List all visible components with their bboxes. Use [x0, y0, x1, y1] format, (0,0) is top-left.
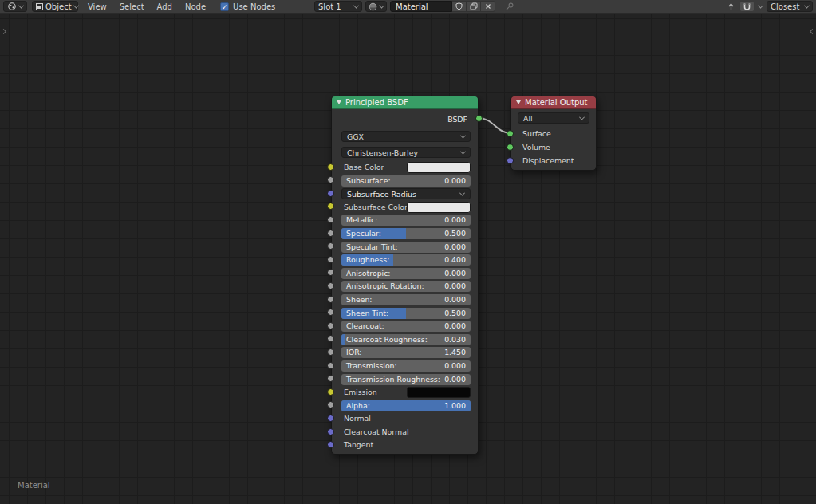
- socket-input-subsurface[interactable]: [327, 176, 334, 183]
- slider-fill: [341, 334, 345, 345]
- socket-input-subsurface-radius[interactable]: [327, 190, 334, 197]
- snap-target-dropdown[interactable]: Closest: [767, 1, 813, 12]
- sidebar-region-toggle[interactable]: [810, 22, 814, 37]
- row-anisotropic[interactable]: Anisotropic:0.000: [341, 268, 471, 279]
- menu-node[interactable]: Node: [179, 2, 212, 11]
- socket-input-clearcoat-roughness[interactable]: [327, 335, 334, 342]
- socket-input-ior[interactable]: [327, 348, 334, 356]
- row-sheen[interactable]: Sheen:0.000: [341, 294, 471, 305]
- socket-input-transmission[interactable]: [327, 362, 334, 369]
- auto-offset-button[interactable]: [725, 1, 737, 12]
- chevron-down-icon: [73, 2, 79, 8]
- slot-dropdown[interactable]: Slot 1: [314, 1, 362, 12]
- socket-input-transmission-roughness[interactable]: [327, 375, 334, 382]
- socket-input-surface[interactable]: [507, 130, 514, 137]
- row-clearcoat-roughness[interactable]: Clearcoat Roughness:0.030: [341, 334, 471, 345]
- arrow-up-icon: [727, 2, 735, 11]
- fake-user-button[interactable]: [452, 1, 467, 12]
- principled-bsdf-node[interactable]: Principled BSDF BSDF GGX Christensen-Bur…: [331, 96, 479, 455]
- material-output-header[interactable]: Material Output: [511, 96, 596, 109]
- row-specular-tint[interactable]: Specular Tint:0.000: [341, 242, 471, 253]
- new-material-button[interactable]: [467, 1, 481, 12]
- use-nodes-label: Use Nodes: [233, 2, 275, 11]
- shader-context-dropdown[interactable]: Object: [32, 1, 78, 12]
- color-swatch[interactable]: [407, 162, 471, 173]
- row-sheen-tint[interactable]: Sheen Tint:0.500: [341, 308, 471, 319]
- material-browse-button[interactable]: [365, 1, 387, 12]
- socket-output-bsdf[interactable]: [475, 115, 483, 122]
- color-swatch[interactable]: [407, 387, 471, 398]
- socket-input-specular-tint[interactable]: [327, 242, 334, 250]
- socket-input-displacement[interactable]: [507, 157, 514, 164]
- dropdown-label: Subsurface Radius: [347, 189, 416, 199]
- row-emission[interactable]: Emission: [341, 387, 471, 398]
- socket-input-volume[interactable]: [507, 144, 514, 151]
- row-subsurface-color[interactable]: Subsurface Color: [341, 202, 471, 213]
- socket-input-roughness[interactable]: [327, 256, 334, 263]
- editor-type-button[interactable]: [3, 1, 27, 12]
- slider-label: Transmission Roughness:: [346, 374, 440, 385]
- toolbar-region-toggle[interactable]: [2, 22, 6, 37]
- slider-label: Clearcoat Roughness:: [346, 334, 428, 345]
- material-output-node[interactable]: Material Output All SurfaceVolumeDisplac…: [510, 96, 597, 171]
- color-label: Base Color: [344, 162, 384, 173]
- socket-input-tangent[interactable]: [327, 441, 334, 448]
- output-target-value: All: [523, 114, 533, 123]
- pin-button[interactable]: [503, 1, 516, 12]
- collapse-triangle-icon[interactable]: [516, 100, 521, 104]
- material-name-field[interactable]: Material: [390, 1, 452, 12]
- socket-input-anisotropic-rotation[interactable]: [327, 282, 334, 289]
- row-alpha[interactable]: Alpha:1.000: [341, 400, 471, 411]
- row-ior[interactable]: IOR:1.450: [341, 347, 471, 358]
- chevron-down-icon[interactable]: [758, 2, 763, 8]
- socket-input-subsurface-color[interactable]: [327, 203, 334, 210]
- slider-label: Sheen:: [346, 294, 373, 305]
- subsurface-method-dropdown[interactable]: Christensen-Burley: [341, 147, 471, 158]
- snap-toggle-button[interactable]: [739, 1, 755, 12]
- slider-value: 0.000: [444, 268, 466, 279]
- slider-label: Specular:: [346, 228, 381, 239]
- row-roughness[interactable]: Roughness:0.400: [341, 254, 471, 266]
- socket-input-alpha[interactable]: [327, 401, 334, 408]
- chevron-down-icon: [804, 2, 810, 8]
- row-subsurface[interactable]: Subsurface:0.000: [341, 175, 471, 187]
- socket-input-metallic[interactable]: [327, 216, 334, 223]
- row-anisotropic-rotation[interactable]: Anisotropic Rotation:0.000: [341, 281, 471, 292]
- socket-input-specular[interactable]: [327, 230, 334, 237]
- row-base-color[interactable]: Base Color: [341, 162, 471, 173]
- chevron-down-icon: [460, 148, 466, 154]
- socket-input-normal[interactable]: [327, 415, 334, 422]
- close-icon: [485, 3, 491, 10]
- socket-input-base-color[interactable]: [327, 163, 334, 171]
- slider-label: Anisotropic Rotation:: [346, 281, 424, 292]
- slider-value: 0.000: [444, 175, 466, 187]
- row-transmission-roughness[interactable]: Transmission Roughness:0.000: [341, 374, 471, 385]
- chevron-down-icon: [353, 2, 359, 8]
- menu-add[interactable]: Add: [151, 2, 179, 11]
- socket-input-emission[interactable]: [327, 388, 334, 396]
- collapse-triangle-icon[interactable]: [337, 100, 341, 104]
- socket-input-sheen[interactable]: [327, 296, 334, 303]
- socket-input-clearcoat[interactable]: [327, 322, 334, 329]
- shader-context-value: Object: [45, 2, 72, 11]
- row-subsurface-radius[interactable]: Subsurface Radius: [341, 188, 471, 199]
- row-transmission[interactable]: Transmission:0.000: [341, 360, 471, 372]
- menu-select[interactable]: Select: [113, 2, 151, 11]
- row-clearcoat[interactable]: Clearcoat:0.000: [341, 321, 471, 332]
- material-output-title: Material Output: [525, 98, 588, 107]
- color-swatch[interactable]: [407, 202, 471, 213]
- principled-bsdf-header[interactable]: Principled BSDF: [332, 96, 478, 109]
- row-specular[interactable]: Specular:0.500: [341, 228, 471, 239]
- blender-node-editor: Object ViewSelectAddNode ✓ Use Nodes Slo…: [0, 0, 816, 504]
- use-nodes-checkbox[interactable]: ✓: [220, 2, 229, 11]
- slider-label: Subsurface:: [346, 175, 391, 187]
- distribution-dropdown[interactable]: GGX: [341, 131, 471, 142]
- menu-view[interactable]: View: [81, 2, 113, 11]
- socket-input-sheen-tint[interactable]: [327, 309, 334, 316]
- output-target-dropdown[interactable]: All: [518, 112, 589, 124]
- magnet-icon: [743, 2, 751, 11]
- socket-input-anisotropic[interactable]: [327, 269, 334, 276]
- unlink-material-button[interactable]: [481, 1, 495, 12]
- row-metallic[interactable]: Metallic:0.000: [341, 215, 471, 226]
- socket-input-clearcoat-normal[interactable]: [327, 428, 334, 435]
